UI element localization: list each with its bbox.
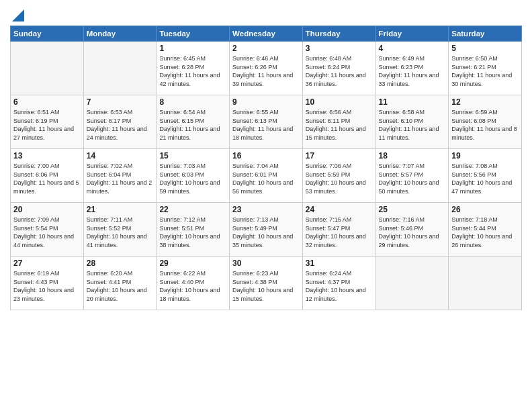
day-number: 15 — [159, 151, 226, 161]
day-number: 24 — [306, 205, 373, 214]
calendar-week-5: 27Sunrise: 6:19 AMSunset: 4:43 PMDayligh… — [11, 257, 522, 310]
calendar-cell — [83, 42, 157, 95]
calendar-header-row: SundayMondayTuesdayWednesdayThursdayFrid… — [11, 26, 522, 42]
calendar-cell: 23Sunrise: 7:13 AMSunset: 5:49 PMDayligh… — [230, 203, 303, 257]
day-number: 16 — [232, 151, 300, 161]
calendar-cell — [449, 257, 522, 310]
calendar-cell: 21Sunrise: 7:11 AMSunset: 5:52 PMDayligh… — [83, 203, 157, 257]
day-number: 23 — [232, 205, 300, 214]
cell-content: Sunrise: 7:11 AMSunset: 5:52 PMDaylight:… — [87, 216, 154, 249]
cell-content: Sunrise: 6:51 AMSunset: 6:19 PMDaylight:… — [13, 108, 81, 142]
calendar-cell: 16Sunrise: 7:04 AMSunset: 6:01 PMDayligh… — [230, 149, 303, 203]
cell-content: Sunrise: 7:07 AMSunset: 5:57 PMDaylight:… — [379, 162, 446, 195]
cell-content: Sunrise: 6:23 AMSunset: 4:38 PMDaylight:… — [232, 269, 300, 303]
day-number: 27 — [13, 259, 81, 268]
calendar-week-1: 1Sunrise: 6:45 AMSunset: 6:28 PMDaylight… — [11, 42, 522, 95]
calendar-cell: 12Sunrise: 6:59 AMSunset: 6:08 PMDayligh… — [449, 95, 522, 149]
calendar-cell: 8Sunrise: 6:54 AMSunset: 6:15 PMDaylight… — [157, 95, 230, 149]
day-number: 6 — [13, 97, 81, 107]
calendar-cell: 9Sunrise: 6:55 AMSunset: 6:13 PMDaylight… — [230, 95, 303, 149]
cell-content: Sunrise: 7:08 AMSunset: 5:56 PMDaylight:… — [451, 162, 519, 195]
calendar-cell: 20Sunrise: 7:09 AMSunset: 5:54 PMDayligh… — [11, 203, 84, 257]
page: SundayMondayTuesdayWednesdayThursdayFrid… — [0, 0, 532, 411]
cell-content: Sunrise: 7:00 AMSunset: 6:06 PMDaylight:… — [13, 162, 81, 195]
cell-content: Sunrise: 6:22 AMSunset: 4:40 PMDaylight:… — [159, 269, 226, 303]
calendar-cell: 25Sunrise: 7:16 AMSunset: 5:46 PMDayligh… — [375, 203, 449, 257]
cell-content: Sunrise: 6:46 AMSunset: 6:26 PMDaylight:… — [232, 54, 300, 88]
day-number: 7 — [87, 97, 154, 107]
cell-content: Sunrise: 6:19 AMSunset: 4:43 PMDaylight:… — [13, 269, 81, 303]
day-number: 9 — [232, 97, 300, 107]
cell-content: Sunrise: 7:16 AMSunset: 5:46 PMDaylight:… — [379, 216, 446, 249]
calendar-cell: 19Sunrise: 7:08 AMSunset: 5:56 PMDayligh… — [449, 149, 522, 203]
cell-content: Sunrise: 6:59 AMSunset: 6:08 PMDaylight:… — [451, 108, 519, 142]
calendar-cell: 14Sunrise: 7:02 AMSunset: 6:04 PMDayligh… — [83, 149, 157, 203]
cell-content: Sunrise: 6:24 AMSunset: 4:37 PMDaylight:… — [306, 269, 373, 303]
calendar-table: SundayMondayTuesdayWednesdayThursdayFrid… — [10, 26, 522, 310]
cell-content: Sunrise: 6:20 AMSunset: 4:41 PMDaylight:… — [87, 269, 154, 303]
calendar-week-3: 13Sunrise: 7:00 AMSunset: 6:06 PMDayligh… — [11, 149, 522, 203]
calendar-cell: 7Sunrise: 6:53 AMSunset: 6:17 PMDaylight… — [83, 95, 157, 149]
calendar-cell: 6Sunrise: 6:51 AMSunset: 6:19 PMDaylight… — [11, 95, 84, 149]
calendar-cell: 10Sunrise: 6:56 AMSunset: 6:11 PMDayligh… — [302, 95, 375, 149]
cell-content: Sunrise: 6:58 AMSunset: 6:10 PMDaylight:… — [379, 108, 446, 142]
calendar-cell: 30Sunrise: 6:23 AMSunset: 4:38 PMDayligh… — [230, 257, 303, 310]
day-number: 20 — [13, 205, 81, 214]
day-number: 28 — [87, 259, 154, 268]
calendar-cell: 15Sunrise: 7:03 AMSunset: 6:03 PMDayligh… — [157, 149, 230, 203]
cell-content: Sunrise: 7:12 AMSunset: 5:51 PMDaylight:… — [159, 216, 226, 249]
day-number: 18 — [379, 151, 446, 161]
day-number: 17 — [306, 151, 373, 161]
day-number: 3 — [306, 44, 373, 53]
calendar-cell: 3Sunrise: 6:48 AMSunset: 6:24 PMDaylight… — [302, 42, 375, 95]
calendar-cell: 28Sunrise: 6:20 AMSunset: 4:41 PMDayligh… — [83, 257, 157, 310]
cell-content: Sunrise: 7:04 AMSunset: 6:01 PMDaylight:… — [232, 162, 300, 195]
calendar-cell: 4Sunrise: 6:49 AMSunset: 6:23 PMDaylight… — [375, 42, 449, 95]
cell-content: Sunrise: 7:03 AMSunset: 6:03 PMDaylight:… — [159, 162, 226, 195]
day-number: 14 — [87, 151, 154, 161]
day-number: 12 — [451, 97, 519, 107]
day-number: 25 — [379, 205, 446, 214]
calendar-cell — [11, 42, 84, 95]
cell-content: Sunrise: 6:50 AMSunset: 6:21 PMDaylight:… — [451, 54, 519, 88]
day-number: 19 — [451, 151, 519, 161]
day-number: 21 — [87, 205, 154, 214]
header-day-wednesday: Wednesday — [230, 26, 303, 42]
calendar-cell: 27Sunrise: 6:19 AMSunset: 4:43 PMDayligh… — [11, 257, 84, 310]
cell-content: Sunrise: 6:45 AMSunset: 6:28 PMDaylight:… — [159, 54, 226, 88]
calendar-cell: 2Sunrise: 6:46 AMSunset: 6:26 PMDaylight… — [230, 42, 303, 95]
cell-content: Sunrise: 7:09 AMSunset: 5:54 PMDaylight:… — [13, 216, 81, 249]
calendar-cell: 17Sunrise: 7:06 AMSunset: 5:59 PMDayligh… — [302, 149, 375, 203]
cell-content: Sunrise: 7:02 AMSunset: 6:04 PMDaylight:… — [87, 162, 154, 195]
calendar-week-2: 6Sunrise: 6:51 AMSunset: 6:19 PMDaylight… — [11, 95, 522, 149]
header-day-thursday: Thursday — [302, 26, 375, 42]
calendar-cell: 18Sunrise: 7:07 AMSunset: 5:57 PMDayligh… — [375, 149, 449, 203]
calendar-cell: 5Sunrise: 6:50 AMSunset: 6:21 PMDaylight… — [449, 42, 522, 95]
cell-content: Sunrise: 7:13 AMSunset: 5:49 PMDaylight:… — [232, 216, 300, 249]
calendar-cell: 29Sunrise: 6:22 AMSunset: 4:40 PMDayligh… — [157, 257, 230, 310]
day-number: 31 — [306, 259, 373, 268]
logo-icon — [12, 7, 24, 21]
day-number: 11 — [379, 97, 446, 107]
svg-marker-0 — [12, 9, 24, 21]
day-number: 30 — [232, 259, 300, 268]
day-number: 4 — [379, 44, 446, 53]
logo — [10, 7, 24, 21]
day-number: 22 — [159, 205, 226, 214]
cell-content: Sunrise: 6:55 AMSunset: 6:13 PMDaylight:… — [232, 108, 300, 142]
day-number: 2 — [232, 44, 300, 53]
calendar-cell: 22Sunrise: 7:12 AMSunset: 5:51 PMDayligh… — [157, 203, 230, 257]
calendar-cell: 26Sunrise: 7:18 AMSunset: 5:44 PMDayligh… — [449, 203, 522, 257]
day-number: 29 — [159, 259, 226, 268]
cell-content: Sunrise: 6:48 AMSunset: 6:24 PMDaylight:… — [306, 54, 373, 88]
calendar-cell: 13Sunrise: 7:00 AMSunset: 6:06 PMDayligh… — [11, 149, 84, 203]
cell-content: Sunrise: 6:54 AMSunset: 6:15 PMDaylight:… — [159, 108, 226, 142]
calendar-cell: 24Sunrise: 7:15 AMSunset: 5:47 PMDayligh… — [302, 203, 375, 257]
cell-content: Sunrise: 6:53 AMSunset: 6:17 PMDaylight:… — [87, 108, 154, 142]
cell-content: Sunrise: 7:18 AMSunset: 5:44 PMDaylight:… — [451, 216, 519, 249]
day-number: 10 — [306, 97, 373, 107]
day-number: 1 — [159, 44, 226, 53]
calendar-cell: 1Sunrise: 6:45 AMSunset: 6:28 PMDaylight… — [157, 42, 230, 95]
header — [10, 7, 522, 21]
calendar-cell: 31Sunrise: 6:24 AMSunset: 4:37 PMDayligh… — [302, 257, 375, 310]
